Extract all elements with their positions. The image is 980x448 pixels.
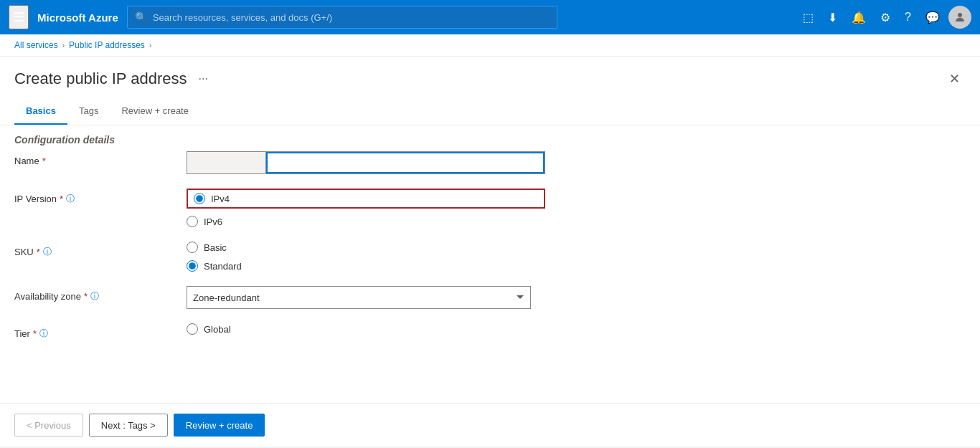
basic-label: Basic bbox=[204, 242, 227, 253]
review-create-button[interactable]: Review + create bbox=[174, 414, 265, 437]
tier-label: Tier * ⓘ bbox=[14, 323, 158, 340]
tier-info-icon[interactable]: ⓘ bbox=[39, 328, 48, 340]
availability-zone-label: Availability zone * ⓘ bbox=[14, 286, 158, 302]
breadcrumb-all-services[interactable]: All services bbox=[14, 40, 58, 50]
sku-radio-group: Basic Standard bbox=[187, 242, 545, 272]
ip-version-info-icon[interactable]: ⓘ bbox=[66, 193, 75, 205]
tab-tags[interactable]: Tags bbox=[67, 98, 110, 125]
next-button[interactable]: Next : Tags > bbox=[89, 414, 168, 437]
ipv6-label: IPv6 bbox=[204, 216, 222, 227]
global-option[interactable]: Global bbox=[187, 323, 545, 335]
availability-zone-select[interactable]: Zone-redundant 1 2 3 No zone bbox=[187, 286, 531, 309]
tier-row: Tier * ⓘ Global bbox=[14, 323, 966, 340]
search-bar: 🔍 bbox=[127, 6, 557, 29]
ipv4-radio[interactable] bbox=[194, 193, 205, 204]
sku-info-icon[interactable]: ⓘ bbox=[43, 246, 52, 258]
name-required-star: * bbox=[42, 156, 46, 166]
availability-zone-control: Zone-redundant 1 2 3 No zone bbox=[187, 286, 545, 309]
sku-row: SKU * ⓘ Basic Standard bbox=[14, 242, 966, 272]
name-label: Name * bbox=[14, 151, 158, 166]
section-title-partial: Configuration details bbox=[14, 125, 966, 151]
ip-version-radio-group: IPv4 IPv6 bbox=[187, 189, 545, 227]
name-prefix bbox=[187, 152, 266, 173]
global-radio[interactable] bbox=[187, 323, 198, 335]
standard-label: Standard bbox=[204, 261, 242, 272]
ip-version-label: IP Version * ⓘ bbox=[14, 189, 158, 205]
ip-version-control: IPv4 IPv6 bbox=[187, 189, 545, 227]
page-menu-button[interactable]: ··· bbox=[196, 70, 211, 88]
previous-button[interactable]: < Previous bbox=[14, 414, 83, 437]
tab-review-create[interactable]: Review + create bbox=[110, 98, 200, 125]
name-input[interactable] bbox=[266, 152, 545, 173]
sku-required-star: * bbox=[37, 247, 40, 257]
brand-label: Microsoft Azure bbox=[37, 11, 118, 24]
az-required-star: * bbox=[84, 291, 88, 302]
name-input-group bbox=[187, 151, 545, 174]
az-info-icon[interactable]: ⓘ bbox=[90, 290, 99, 302]
svg-point-0 bbox=[958, 13, 962, 17]
ipv4-option[interactable]: IPv4 bbox=[187, 189, 545, 209]
nav-settings-icon[interactable]: ⚙ bbox=[875, 5, 896, 30]
tier-required-star: * bbox=[33, 328, 37, 339]
nav-cloud-shell-icon[interactable]: ⬚ bbox=[797, 5, 819, 30]
nav-feedback-icon[interactable]: ⬇ bbox=[822, 5, 843, 30]
breadcrumb-sep-2: › bbox=[149, 42, 151, 49]
top-nav: ☰ Microsoft Azure 🔍 ⬚ ⬇ 🔔 ⚙ ? 💬 bbox=[0, 0, 980, 34]
nav-help-icon[interactable]: ? bbox=[899, 5, 917, 29]
name-control bbox=[187, 151, 545, 174]
standard-option[interactable]: Standard bbox=[187, 260, 545, 272]
ipv4-label: IPv4 bbox=[211, 194, 230, 204]
hamburger-button[interactable]: ☰ bbox=[9, 5, 29, 29]
name-row: Name * bbox=[14, 151, 966, 174]
basic-option[interactable]: Basic bbox=[187, 242, 545, 253]
breadcrumb-public-ip[interactable]: Public IP addresses bbox=[69, 40, 145, 50]
tab-basics[interactable]: Basics bbox=[14, 98, 67, 125]
main-content: Create public IP address ··· ✕ Basics Ta… bbox=[0, 57, 980, 447]
standard-radio[interactable] bbox=[187, 260, 198, 272]
availability-zone-row: Availability zone * ⓘ Zone-redundant 1 2… bbox=[14, 286, 966, 309]
tier-control: Global bbox=[187, 323, 545, 335]
ip-version-row: IP Version * ⓘ IPv4 IPv6 bbox=[14, 189, 966, 227]
tier-radio-group: Global bbox=[187, 323, 545, 335]
ip-version-required-star: * bbox=[60, 194, 63, 204]
basic-radio[interactable] bbox=[187, 242, 198, 253]
tab-bar: Basics Tags Review + create bbox=[0, 98, 980, 125]
breadcrumb: All services › Public IP addresses › bbox=[0, 34, 980, 57]
ipv6-option[interactable]: IPv6 bbox=[187, 216, 545, 227]
sku-label: SKU * ⓘ bbox=[14, 242, 158, 258]
nav-feedback-btn[interactable]: 💬 bbox=[920, 5, 946, 30]
avatar[interactable] bbox=[948, 6, 971, 29]
sku-control: Basic Standard bbox=[187, 242, 545, 272]
ipv6-radio[interactable] bbox=[187, 216, 198, 227]
close-button[interactable]: ✕ bbox=[943, 68, 966, 90]
nav-icon-group: ⬚ ⬇ 🔔 ⚙ ? 💬 bbox=[797, 5, 971, 30]
page-header: Create public IP address ··· ✕ bbox=[0, 57, 980, 90]
search-input[interactable] bbox=[153, 12, 550, 23]
search-icon: 🔍 bbox=[135, 11, 147, 23]
footer: < Previous Next : Tags > Review + create bbox=[0, 403, 980, 447]
global-label: Global bbox=[204, 324, 231, 335]
nav-notifications-icon[interactable]: 🔔 bbox=[846, 5, 872, 30]
breadcrumb-sep-1: › bbox=[62, 42, 65, 49]
page-title: Create public IP address bbox=[14, 70, 187, 88]
form-area: Configuration details Name * IP Version … bbox=[0, 125, 980, 403]
